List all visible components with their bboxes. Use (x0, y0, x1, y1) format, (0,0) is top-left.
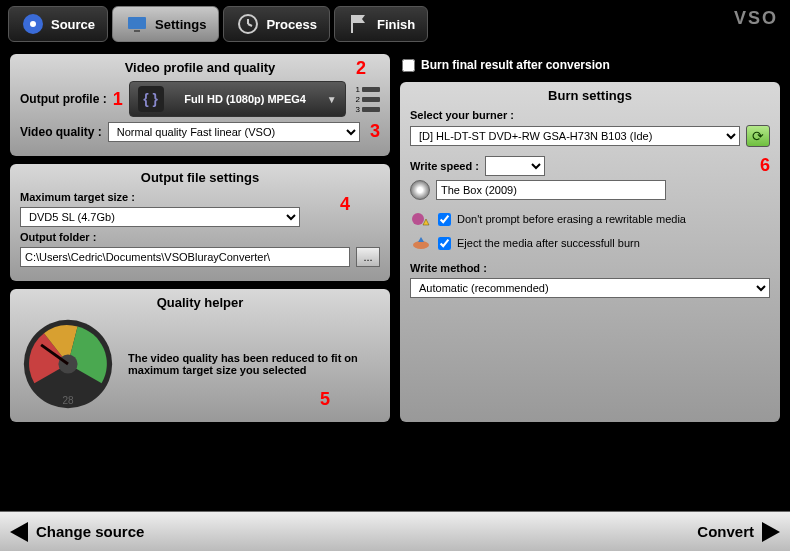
max-size-select[interactable]: DVD5 SL (4.7Gb) (20, 207, 300, 227)
tab-process-label: Process (266, 17, 317, 32)
burner-select[interactable]: [D] HL-DT-ST DVD+-RW GSA-H73N B103 (Ide) (410, 126, 740, 146)
right-column: Burn final result after conversion Burn … (400, 54, 780, 422)
change-source-label: Change source (36, 523, 144, 540)
bottom-bar: Change source Convert (0, 511, 790, 551)
svg-rect-7 (351, 15, 353, 33)
annotation-2: 2 (356, 58, 366, 79)
eject-icon (410, 234, 432, 252)
burner-label: Select your burner : (410, 109, 770, 121)
tab-source-label: Source (51, 17, 95, 32)
disc-icon (21, 12, 45, 36)
refresh-button[interactable]: ⟳ (746, 125, 770, 147)
annotation-5: 5 (320, 389, 330, 410)
tab-settings-label: Settings (155, 17, 206, 32)
eject-checkbox[interactable] (438, 237, 451, 250)
svg-point-11 (412, 213, 424, 225)
panel-output-file: Output file settings 4 Maximum target si… (10, 164, 390, 281)
left-column: Video profile and quality 2 Output profi… (10, 54, 390, 422)
clock-icon (236, 12, 260, 36)
burn-final-checkbox[interactable] (402, 59, 415, 72)
browse-button[interactable]: ... (356, 247, 380, 267)
annotation-6: 6 (760, 155, 770, 176)
tab-finish[interactable]: Finish (334, 6, 428, 42)
panel-video-profile: Video profile and quality 2 Output profi… (10, 54, 390, 156)
monitor-icon (125, 12, 149, 36)
change-source-button[interactable]: Change source (10, 522, 144, 542)
panel-title: Burn settings (410, 88, 770, 103)
eject-label: Eject the media after successfull burn (457, 237, 640, 249)
svg-point-1 (30, 21, 36, 27)
max-size-label: Maximum target size : (20, 191, 380, 203)
warning-icon (410, 210, 432, 228)
convert-button[interactable]: Convert (697, 522, 780, 542)
preset-slots[interactable]: 1 2 3 (356, 85, 380, 114)
panel-burn-settings: Burn settings Select your burner : [D] H… (400, 82, 780, 422)
dont-prompt-checkbox[interactable] (438, 213, 451, 226)
burn-checkbox-row: Burn final result after conversion (400, 54, 780, 74)
tab-source[interactable]: Source (8, 6, 108, 42)
output-profile-label: Output profile : (20, 92, 107, 106)
output-folder-label: Output folder : (20, 231, 380, 243)
tab-settings[interactable]: Settings (112, 6, 219, 42)
annotation-1: 1 (113, 89, 123, 110)
vso-logo: VSO (734, 8, 778, 29)
panel-title: Quality helper (20, 295, 380, 310)
arrow-left-icon (10, 522, 28, 542)
disc-label-input[interactable] (436, 180, 666, 200)
output-profile-button[interactable]: { } Full HD (1080p) MPEG4 ▼ (129, 81, 346, 117)
annotation-4: 4 (340, 194, 350, 215)
output-profile-value: Full HD (1080p) MPEG4 (172, 93, 319, 105)
svg-rect-2 (128, 17, 146, 29)
video-quality-select[interactable]: Normal quality Fast linear (VSO) (108, 122, 360, 142)
arrow-right-icon (762, 522, 780, 542)
write-method-select[interactable]: Automatic (recommended) (410, 278, 770, 298)
write-speed-select[interactable] (485, 156, 545, 176)
disc-label-icon (410, 180, 430, 200)
panel-quality-helper: Quality helper 5 28 The video quality ha… (10, 289, 390, 422)
convert-label: Convert (697, 523, 754, 540)
flag-icon (347, 12, 371, 36)
quality-gauge: 28 (20, 316, 116, 412)
panel-title: Video profile and quality (20, 60, 380, 75)
svg-line-6 (248, 24, 252, 26)
tab-process[interactable]: Process (223, 6, 330, 42)
write-method-label: Write method : (410, 262, 770, 274)
dont-prompt-label: Don't prompt before erasing a rewritable… (457, 213, 686, 225)
top-nav: Source Settings Process Finish VSO (0, 0, 790, 48)
svg-point-12 (413, 241, 429, 249)
main-content: Video profile and quality 2 Output profi… (0, 48, 790, 428)
gauge-value: 28 (62, 395, 73, 406)
write-speed-label: Write speed : (410, 160, 479, 172)
burn-final-label: Burn final result after conversion (421, 58, 610, 72)
video-quality-label: Video quality : (20, 125, 102, 139)
panel-title: Output file settings (20, 170, 380, 185)
quality-message: The video quality has been reduced to fi… (128, 352, 380, 376)
output-folder-input[interactable] (20, 247, 350, 267)
annotation-3: 3 (370, 121, 380, 142)
codec-icon: { } (138, 86, 164, 112)
svg-rect-3 (134, 30, 140, 32)
chevron-down-icon: ▼ (327, 94, 337, 105)
tab-finish-label: Finish (377, 17, 415, 32)
